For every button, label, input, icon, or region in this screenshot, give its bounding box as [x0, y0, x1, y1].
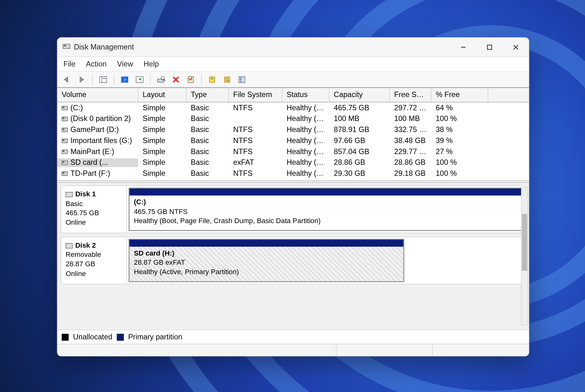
menu-action[interactable]: Action: [86, 60, 107, 68]
partition-area: SD card (H:) 28.87 GB exFAT Healthy (Act…: [127, 237, 525, 284]
back-button[interactable]: [61, 73, 73, 85]
disk-info: Disk 1 Basic 465.75 GB Online: [61, 186, 127, 233]
volume-status: Healthy (B...: [282, 169, 329, 178]
col-volume[interactable]: Volume: [57, 88, 138, 102]
volume-fs: exFAT: [229, 158, 282, 167]
col-free-space[interactable]: Free Sp...: [390, 88, 432, 102]
volume-pct-free: 27 %: [432, 147, 488, 156]
volume-pct-free: 38 %: [432, 125, 488, 134]
volume-icon: [62, 139, 68, 143]
volume-layout: Simple: [138, 125, 187, 134]
rescan-disks-button[interactable]: [155, 73, 167, 85]
volume-layout: Simple: [138, 169, 187, 178]
volume-row[interactable]: (C:)SimpleBasicNTFSHealthy (B...465.75 G…: [57, 102, 529, 113]
volume-icon: [62, 106, 68, 110]
svg-rect-27: [240, 77, 242, 78]
splitter[interactable]: [57, 180, 529, 183]
volume-icon: [62, 160, 68, 165]
partition[interactable]: (C:) 465.75 GB NTFS Healthy (Boot, Page …: [129, 187, 523, 231]
help-button[interactable]: ?: [119, 73, 131, 85]
col-percent-free[interactable]: % Free: [432, 88, 488, 102]
volume-type: Basic: [186, 125, 229, 134]
svg-rect-3: [487, 45, 492, 49]
window-title: Disk Management: [74, 43, 134, 51]
volume-row[interactable]: (Disk 0 partition 2)SimpleBasicHealthy (…: [57, 113, 529, 124]
settings-button[interactable]: [236, 73, 248, 85]
partition-area: (C:) 465.75 GB NTFS Healthy (Boot, Page …: [127, 186, 525, 233]
volume-fs: NTFS: [229, 147, 282, 156]
volume-free: 297.72 GB: [390, 103, 432, 112]
disk-state: Online: [66, 269, 122, 278]
volume-pct-free: 100 %: [432, 169, 488, 178]
scrollbar-thumb[interactable]: [522, 214, 527, 271]
partition-size-fs: 28.87 GB exFAT: [134, 258, 399, 267]
volume-name: (C:): [70, 103, 83, 112]
volume-status: Healthy (A...: [282, 158, 329, 167]
disk-row[interactable]: Disk 1 Basic 465.75 GB Online (C:) 465.7…: [61, 186, 525, 233]
scrollbar[interactable]: [521, 187, 528, 326]
disk-state: Online: [66, 218, 122, 227]
col-status[interactable]: Status: [282, 88, 329, 102]
col-capacity[interactable]: Capacity: [329, 88, 390, 102]
legend-swatch-unallocated: [62, 333, 69, 340]
svg-rect-15: [158, 79, 164, 82]
partition-status: Healthy (Boot, Page File, Crash Dump, Ba…: [134, 216, 518, 226]
volume-row[interactable]: TD-Part (F:)SimpleBasicNTFSHealthy (B...…: [57, 168, 529, 179]
menu-file[interactable]: File: [63, 60, 75, 68]
col-layout[interactable]: Layout: [138, 88, 187, 102]
partition-header-bar: [130, 188, 522, 195]
menu-help[interactable]: Help: [144, 60, 159, 68]
volume-status: Healthy (B...: [282, 103, 329, 112]
forward-button[interactable]: [76, 73, 88, 85]
col-type[interactable]: Type: [186, 88, 229, 102]
disk-management-window: Disk Management File Action View Help ? …: [57, 37, 529, 356]
volume-capacity: 878.91 GB: [329, 125, 390, 134]
volume-list[interactable]: (C:)SimpleBasicNTFSHealthy (B...465.75 G…: [57, 102, 529, 180]
partition-title: SD card (H:): [134, 249, 174, 257]
volume-list-header: Volume Layout Type File System Status Ca…: [57, 88, 529, 102]
volume-row[interactable]: MainPart (E:)SimpleBasicNTFSHealthy (B..…: [57, 146, 529, 157]
volume-layout: Simple: [138, 136, 187, 145]
export-list-button[interactable]: [206, 73, 218, 85]
titlebar[interactable]: Disk Management: [57, 37, 529, 57]
partition[interactable]: SD card (H:) 28.87 GB exFAT Healthy (Act…: [129, 239, 404, 282]
properties-button[interactable]: [185, 73, 197, 85]
delete-button[interactable]: [170, 73, 182, 85]
volume-type: Basic: [186, 158, 229, 167]
volume-status: Healthy (E...: [282, 114, 329, 123]
svg-rect-1: [64, 45, 66, 46]
disk-kind: Removable: [66, 250, 122, 259]
volume-pct-free: 100 %: [432, 158, 488, 167]
volume-name: MainPart (E:): [70, 147, 114, 155]
volume-row[interactable]: Important files (G:)SimpleBasicNTFSHealt…: [57, 135, 529, 146]
menu-view[interactable]: View: [117, 60, 133, 68]
volume-capacity: 97.66 GB: [329, 136, 390, 145]
svg-rect-29: [240, 81, 242, 82]
volume-status: Healthy (B...: [282, 136, 329, 145]
disk-row[interactable]: Disk 2 Removable 28.87 GB Online SD card…: [61, 237, 525, 284]
volume-free: 29.18 GB: [390, 169, 432, 178]
minimize-button[interactable]: [450, 37, 476, 57]
svg-marker-7: [80, 77, 84, 82]
toolbar: ?: [57, 72, 529, 88]
col-filesystem[interactable]: File System: [229, 88, 282, 102]
disk-size: 465.75 GB: [66, 208, 122, 218]
disk-label: Disk 1: [75, 190, 96, 198]
refresh-button[interactable]: [133, 73, 146, 85]
volume-free: 332.75 GB: [390, 125, 432, 134]
volume-layout: Simple: [138, 103, 187, 112]
maximize-button[interactable]: [477, 37, 503, 57]
graphical-view[interactable]: Disk 1 Basic 465.75 GB Online (C:) 465.7…: [57, 183, 529, 330]
volume-row[interactable]: SD card (...SimpleBasicexFATHealthy (A..…: [57, 157, 529, 168]
close-button[interactable]: [503, 37, 529, 57]
volume-fs: NTFS: [229, 103, 282, 112]
volume-layout: Simple: [138, 114, 187, 123]
app-icon: [62, 42, 70, 52]
disk-kind: Basic: [66, 199, 122, 208]
legend-swatch-primary: [117, 333, 124, 340]
volume-row[interactable]: GamePart (D:)SimpleBasicNTFSHealthy (B..…: [57, 124, 529, 135]
show-hide-tree-button[interactable]: [97, 73, 109, 85]
svg-rect-8: [100, 76, 107, 82]
find-button[interactable]: [221, 73, 233, 85]
volume-free: 28.86 GB: [390, 158, 432, 167]
